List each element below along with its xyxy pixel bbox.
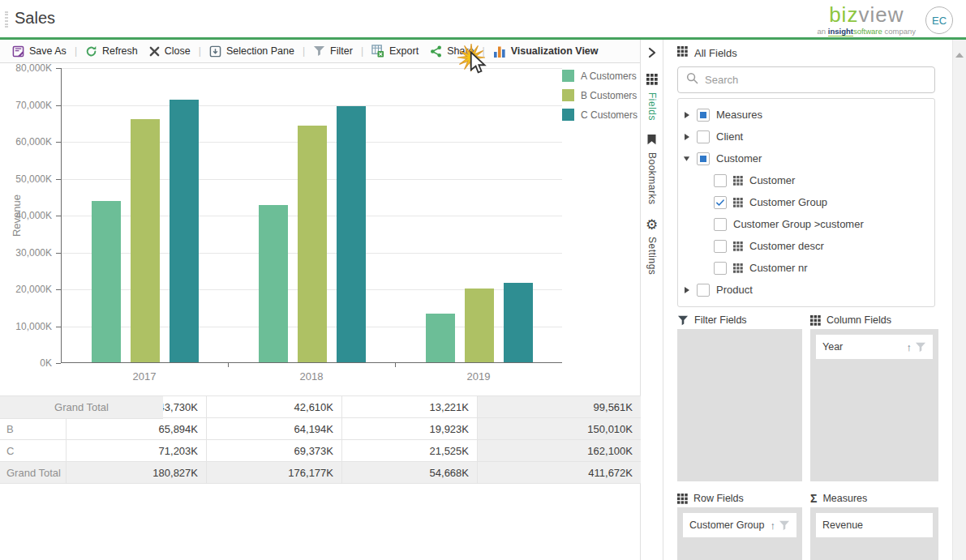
tagline-software: software (853, 27, 882, 36)
bar-a-customers-2017[interactable] (92, 201, 121, 362)
checkbox-partial[interactable] (697, 109, 710, 122)
pivot-row-b-customers: B Customers65,894K64,194K19,923K150,010K (0, 418, 641, 440)
y-tick-mark (56, 105, 61, 106)
grid-icon (810, 315, 821, 326)
toolbar-separator: | (199, 45, 201, 57)
tree-item-customer-nr[interactable]: Customer nr (683, 257, 934, 279)
pivot-value-cell: 176,177K (207, 462, 342, 484)
scroll-up-icon[interactable] (955, 46, 964, 61)
filter-icon (313, 45, 325, 57)
legend-item-c-customers[interactable]: C Customers (562, 109, 638, 121)
pivot-value-cell: 150,010K (478, 418, 641, 440)
tree-item-customer-descr[interactable]: Customer descr (683, 235, 934, 257)
checkbox-empty[interactable] (714, 174, 727, 187)
search-input[interactable] (705, 74, 926, 86)
bar-b-customers-2018[interactable] (298, 126, 327, 362)
pivot-value-cell: 42,610K (207, 396, 342, 418)
expander-collapsed-icon[interactable] (683, 133, 690, 141)
filter-fields-dropzone[interactable] (677, 329, 802, 481)
bar-c-customers-2018[interactable] (337, 106, 366, 362)
sort-asc-icon[interactable]: ↑ (771, 519, 776, 532)
toolbar-close-button[interactable]: Close (144, 40, 196, 62)
toolbar-selection-pane-button[interactable]: Selection Pane (204, 40, 300, 62)
bar-a-customers-2019[interactable] (426, 314, 455, 362)
toolbar-share-button[interactable]: Share (424, 40, 479, 62)
gridline (62, 105, 562, 106)
bar-c-customers-2019[interactable] (504, 283, 533, 362)
tree-item-customer-group-customer[interactable]: Customer Group >customer (683, 213, 934, 235)
row-fields-dropzone[interactable]: Customer Group↑ (677, 507, 802, 560)
toolbar-export-button[interactable]: Export (366, 40, 424, 62)
gridline (62, 68, 562, 69)
toolbar-filter-button[interactable]: Filter (307, 40, 358, 62)
tagline-suffix: company (882, 27, 916, 36)
tree-item-label: Customer descr (749, 240, 824, 252)
pivot-row-header: Grand Total (0, 462, 67, 484)
checkbox-checked[interactable] (714, 196, 727, 209)
user-avatar[interactable]: EC (925, 6, 953, 34)
grid-icon (677, 494, 688, 504)
toolbar-visualization-view-button[interactable]: Visualization View (487, 40, 604, 62)
y-tick-mark (56, 289, 61, 290)
tree-item-customer[interactable]: Customer (683, 147, 934, 169)
toolbar-save-as-button[interactable]: Save As (6, 40, 72, 62)
tree-item-client[interactable]: Client (683, 126, 934, 147)
field-chip-customer-group[interactable]: Customer Group↑ (683, 513, 796, 537)
bar-b-customers-2019[interactable] (465, 289, 494, 362)
tab-bookmarks[interactable]: Bookmarks (646, 134, 658, 205)
collapse-panel-button[interactable] (647, 47, 657, 61)
y-tick-label: 10,000K (0, 321, 52, 332)
bar-b-customers-2017[interactable] (131, 119, 160, 362)
y-tick-label: 80,000K (0, 62, 52, 74)
checkbox-empty[interactable] (714, 262, 727, 275)
toolbar-item-label: Share (447, 45, 474, 57)
expander-collapsed-icon[interactable] (683, 111, 690, 119)
bar-a-customers-2018[interactable] (259, 205, 288, 362)
sort-asc-icon[interactable]: ↑ (907, 341, 912, 353)
toolbar-refresh-button[interactable]: Refresh (79, 40, 144, 62)
legend-swatch (562, 109, 574, 121)
checkbox-empty[interactable] (714, 240, 727, 253)
y-tick-mark (56, 68, 61, 69)
pivot-value-cell: 65,894K (67, 418, 207, 440)
expander-collapsed-icon[interactable] (683, 286, 690, 294)
checkbox-empty[interactable] (697, 130, 710, 143)
toolbar-separator: | (483, 45, 485, 57)
checkbox-empty[interactable] (697, 284, 710, 297)
tab-fields[interactable]: Fields (646, 74, 658, 121)
chip-label: Year (822, 341, 907, 353)
search-icon (686, 72, 698, 88)
logo-view: view (858, 2, 904, 27)
column-fields-dropzone[interactable]: Year↑ (810, 329, 938, 481)
bar-c-customers-2017[interactable] (170, 100, 199, 362)
share-icon (430, 45, 442, 58)
tree-item-product[interactable]: Product (683, 279, 934, 301)
panel-scrollbar[interactable] (952, 40, 966, 560)
expander-expanded-icon[interactable] (683, 156, 690, 162)
checkbox-partial[interactable] (697, 152, 710, 165)
measures-dropzone[interactable]: Revenue (810, 507, 938, 560)
tree-item-label: Customer (749, 174, 795, 186)
funnel-icon[interactable] (915, 342, 926, 353)
x-tick-label: 2017 (61, 370, 228, 383)
field-chip-year[interactable]: Year↑ (816, 335, 933, 359)
field-chip-revenue[interactable]: Revenue (816, 513, 933, 537)
legend-item-b-customers[interactable]: B Customers (562, 89, 638, 101)
tree-item-measures[interactable]: Measures (683, 104, 934, 126)
tab-settings[interactable]: ⚙Settings (646, 218, 658, 275)
x-tick-mark (228, 363, 229, 367)
tagline-prefix: an (818, 27, 828, 36)
checkbox-empty[interactable] (714, 218, 727, 231)
legend-item-a-customers[interactable]: A Customers (562, 70, 638, 82)
funnel-icon[interactable] (779, 520, 790, 531)
drag-handle-icon[interactable] (5, 11, 8, 28)
legend-swatch (562, 89, 574, 101)
visualization-icon (493, 45, 506, 58)
filter-dark-icon (677, 315, 689, 326)
pivot-row-header: B Customers (0, 418, 67, 440)
tree-item-customer-group[interactable]: Customer Group (683, 191, 934, 213)
y-tick-label: 0K (0, 357, 52, 369)
pivot-value-cell: 71,203K (67, 440, 207, 462)
tree-item-customer[interactable]: Customer (683, 169, 934, 191)
pivot-value-cell: 19,923K (342, 418, 478, 440)
